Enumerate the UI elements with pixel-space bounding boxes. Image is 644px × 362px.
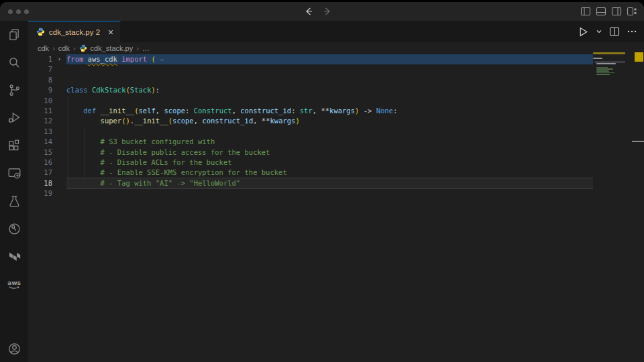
breadcrumb-separator: › [73,44,76,52]
title-bar [0,2,644,21]
overview-ruler[interactable] [632,42,644,362]
zoom-window-button[interactable] [24,9,29,14]
fold-gutter [52,137,66,147]
editor-group: cdk_stack.py 2 × [28,21,644,362]
breadcrumb-item-cdk[interactable]: cdk [38,44,49,52]
forward-icon[interactable] [322,6,333,17]
fold-gutter [52,96,66,106]
indent-guide [68,96,68,189]
line-number[interactable]: 15 [28,147,52,158]
minimap[interactable] [593,52,632,93]
line-number[interactable]: 8 [28,75,52,85]
run-and-debug-icon[interactable] [0,104,28,131]
close-window-button[interactable] [8,9,13,14]
code-line-8[interactable]: 8 [28,75,644,85]
tab-close-icon[interactable]: × [108,27,113,37]
python-file-icon [79,44,87,52]
toggle-primary-sidebar-icon[interactable] [580,6,591,17]
minimap-line [596,72,614,74]
minimap-line [593,58,602,59]
code-text [66,127,593,137]
line-number[interactable]: 10 [28,96,52,106]
code-text: # - Tag with "AI" -> "HelloWorld" [66,178,593,188]
code-line-12[interactable]: 12 super().__init__(scope, construct_id,… [28,116,644,126]
code-text [66,75,593,85]
code-line-13[interactable]: 13 [28,127,644,137]
source-control-icon[interactable] [0,76,28,104]
toggle-panel-icon[interactable] [596,6,606,17]
fold-gutter [52,75,66,85]
line-number[interactable]: 12 [28,116,52,126]
breadcrumb-item-symbol[interactable]: … [142,44,150,52]
line-number[interactable]: 19 [28,188,52,198]
code-text [66,188,593,198]
code-line-10[interactable]: 10 [28,96,644,106]
fold-gutter [52,106,66,116]
code-line-16[interactable]: 16 # - Disable ACLs for the bucket [28,158,644,168]
minimap-line [593,52,625,54]
code-editor[interactable]: 1›from aws_cdk import ( –789class CdkSta… [28,54,644,362]
minimap-line [596,63,616,64]
line-number[interactable]: 9 [28,85,52,95]
testing-icon[interactable] [0,187,28,215]
code-line-9[interactable]: 9class CdkStack(Stack): [28,85,644,95]
minimap-line [596,70,609,72]
terraform-icon[interactable] [0,243,28,270]
breadcrumb-item-cdk-2[interactable]: cdk [58,44,70,52]
more-actions-icon[interactable] [627,26,637,37]
fold-gutter [52,178,66,188]
code-line-11[interactable]: 11 def __init__(self, scope: Construct, … [28,106,644,116]
history-nav [303,2,333,21]
commit-graph-icon[interactable] [0,215,28,243]
line-number[interactable]: 13 [28,127,52,137]
code-text [66,96,593,106]
fold-chevron-icon[interactable]: › [52,54,66,64]
back-icon[interactable] [303,6,314,17]
tab-cdk-stack[interactable]: cdk_stack.py 2 × [28,21,121,42]
fold-gutter [52,64,66,74]
code-text: # - Disable public access for the bucket [66,147,593,158]
line-number[interactable]: 17 [28,168,52,178]
code-text: # - Enable SSE-KMS encryption for the bu… [66,168,593,178]
split-editor-icon[interactable] [609,26,620,37]
code-line-7[interactable]: 7 [28,64,644,74]
accounts-icon[interactable] [0,336,28,361]
extensions-icon[interactable] [0,132,28,160]
code-line-1[interactable]: 1›from aws_cdk import ( – [28,54,644,64]
search-icon[interactable] [0,48,28,76]
remote-explorer-icon[interactable] [0,160,28,187]
toggle-secondary-sidebar-icon[interactable] [611,6,622,17]
code-line-19[interactable]: 19 [28,188,644,198]
run-dropdown-icon[interactable] [596,28,602,35]
breadcrumb: cdk › cdk › cdk_stack.py › … [28,42,644,54]
line-number[interactable]: 11 [28,106,52,116]
activity-bar: aws [0,21,28,362]
explorer-icon[interactable] [0,21,28,48]
customize-layout-icon[interactable] [627,6,637,17]
svg-text:aws: aws [7,279,21,286]
line-number[interactable]: 18 [28,178,52,188]
line-number[interactable]: 1 [28,54,52,64]
vscode-window: aws [0,2,644,362]
code-line-18[interactable]: 18 # - Tag with "AI" -> "HelloWorld" [28,178,644,188]
fold-gutter [52,168,66,178]
tab-label: cdk_stack.py 2 [49,28,100,36]
breadcrumb-item-file[interactable]: cdk_stack.py [91,44,133,52]
code-text [66,64,593,74]
aws-toolkit-icon[interactable]: aws [0,271,28,298]
code-text: class CdkStack(Stack): [66,85,593,95]
code-line-15[interactable]: 15 # - Disable public access for the buc… [28,147,644,158]
code-text: super().__init__(scope, construct_id, **… [66,116,593,126]
fold-gutter [52,127,66,137]
line-number[interactable]: 7 [28,64,52,74]
run-python-file-icon[interactable] [578,26,589,38]
code-line-14[interactable]: 14 # S3 bucket configured with [28,137,644,147]
tab-bar: cdk_stack.py 2 × [28,21,644,42]
line-number[interactable]: 14 [28,137,52,147]
minimap-line [594,62,625,63]
line-number[interactable]: 16 [28,158,52,168]
code-line-17[interactable]: 17 # - Enable SSE-KMS encryption for the… [28,168,644,178]
overview-ruler-modified-mark [635,52,643,62]
fold-gutter [52,85,66,95]
minimize-window-button[interactable] [16,9,21,14]
